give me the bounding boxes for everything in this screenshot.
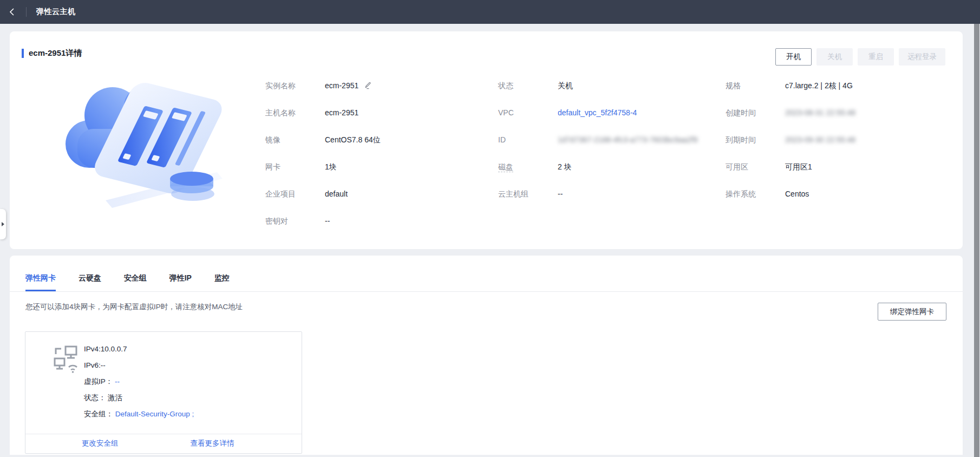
cloud-server-illustration	[56, 64, 234, 212]
status-value: 关机	[558, 80, 573, 91]
field-label: 镜像	[265, 134, 325, 145]
field-label: 操作系统	[726, 188, 785, 199]
field-label: VPC	[498, 107, 558, 118]
field-availability-zone: 可用区 可用区1	[726, 161, 953, 172]
field-value: --	[558, 188, 563, 199]
top-header-bar: 弹性云主机	[0, 0, 980, 24]
tab-monitoring[interactable]: 监控	[214, 273, 230, 291]
field-label: 主机名称	[265, 107, 325, 118]
nic-card: IPv4:10.0.0.7 IPv6:-- 虚拟IP： -- 状态： 激活 安全…	[25, 331, 302, 454]
nic-ipv4: IPv4:10.0.0.7	[84, 344, 194, 355]
field-value: ecm-2951	[325, 107, 358, 118]
sg-label: 安全组：	[84, 410, 113, 418]
field-value: default	[325, 188, 348, 199]
field-server-group: 云主机组 --	[498, 188, 726, 199]
field-expire-time: 到期时间 2023-09-30 22:55:48	[726, 134, 953, 145]
action-button-group: 开机 关机 重启 远程登录	[775, 48, 945, 66]
detail-column-2: 状态 关机 VPC default_vpc_5f2f4758-4 ID 1d7d…	[498, 80, 726, 243]
tab-elastic-ip[interactable]: 弹性IP	[169, 273, 192, 291]
nic-note-text: 您还可以添加4块网卡，为网卡配置虚拟IP时，请注意核对MAC地址	[25, 302, 963, 312]
field-label: 创建时间	[726, 107, 785, 118]
change-security-group-link[interactable]: 更改安全组	[82, 439, 119, 448]
detail-fields-grid: 实例名称 ecm-2951 主机名称 ecm-2951 镜像 CentOS7.8…	[265, 80, 953, 243]
nic-security-group: 安全组： Default-Security-Group ;	[84, 409, 194, 420]
field-value: 可用区1	[785, 161, 812, 172]
nic-section-card: 弹性网卡 云硬盘 安全组 弹性IP 监控 您还可以添加4块网卡，为网卡配置虚拟I…	[10, 256, 963, 455]
field-value: CentOS7.8 64位	[325, 134, 381, 145]
tab-cloud-disk[interactable]: 云硬盘	[79, 273, 101, 291]
field-create-time: 创建时间 2023-08-31 22:55:48	[726, 107, 953, 118]
field-vpc: VPC default_vpc_5f2f4758-4	[498, 107, 726, 118]
back-button[interactable]	[0, 0, 24, 24]
field-label-tooltip: 磁盘	[498, 162, 513, 172]
power-off-button[interactable]: 关机	[816, 48, 853, 66]
field-value: ecm-2951	[325, 80, 358, 91]
field-value: --	[325, 216, 330, 226]
title-accent-bar	[22, 49, 24, 58]
tab-elastic-nic[interactable]: 弹性网卡	[25, 273, 56, 291]
field-host-name: 主机名称 ecm-2951	[265, 107, 498, 118]
field-label: 状态	[498, 80, 558, 91]
field-id: ID 1d7d7367-2188-4fc3-a773-7603bc9aa2f9	[498, 134, 726, 145]
detail-column-3: 规格 c7.large.2 | 2核 | 4G 创建时间 2023-08-31 …	[726, 80, 953, 243]
field-value: c7.large.2 | 2核 | 4G	[785, 80, 853, 91]
field-value: 1块	[325, 161, 337, 172]
field-value: Centos	[785, 188, 809, 199]
field-instance-name: 实例名称 ecm-2951	[265, 80, 498, 91]
field-label: 网卡	[265, 161, 325, 172]
scrollbar[interactable]	[974, 24, 980, 457]
chevron-left-icon	[8, 8, 16, 16]
field-label: ID	[498, 134, 558, 145]
server-detail-card: ecm-2951详情 开机 关机 重启 远程登录	[10, 31, 963, 249]
sg-link[interactable]: Default-Security-Group ;	[115, 410, 194, 418]
field-os: 操作系统 Centos	[726, 188, 953, 199]
virtual-ip-link[interactable]: --	[115, 377, 120, 386]
field-label: 规格	[726, 80, 785, 91]
virtual-ip-label: 虚拟IP：	[84, 377, 113, 386]
field-flavor: 规格 c7.large.2 | 2核 | 4G	[726, 80, 953, 91]
field-image: 镜像 CentOS7.8 64位	[265, 134, 498, 145]
nic-card-footer: 更改安全组 查看更多详情	[25, 433, 302, 453]
field-label: 密钥对	[265, 216, 325, 226]
field-label: 到期时间	[726, 134, 785, 145]
nic-status-label: 状态：	[84, 394, 106, 402]
network-icon	[53, 344, 82, 373]
tab-bar: 弹性网卡 云硬盘 安全组 弹性IP 监控	[10, 256, 963, 292]
tab-security-group[interactable]: 安全组	[124, 273, 147, 291]
restart-button[interactable]: 重启	[858, 48, 894, 66]
field-nic-count: 网卡 1块	[265, 161, 498, 172]
nic-status-value: 激活	[108, 394, 122, 402]
field-enterprise-project: 企业项目 default	[265, 188, 498, 199]
field-value: 2 块	[558, 161, 572, 172]
bind-elastic-nic-button[interactable]: 绑定弹性网卡	[878, 303, 946, 321]
nic-ipv6: IPv6:--	[84, 360, 194, 371]
field-label: 实例名称	[265, 80, 325, 91]
power-on-button[interactable]: 开机	[775, 48, 812, 66]
create-time-redacted: 2023-08-31 22:55:48	[785, 107, 855, 118]
detail-column-1: 实例名称 ecm-2951 主机名称 ecm-2951 镜像 CentOS7.8…	[265, 80, 498, 243]
remote-login-button[interactable]: 远程登录	[899, 48, 945, 66]
id-value-redacted: 1d7d7367-2188-4fc3-a773-7603bc9aa2f9	[558, 134, 697, 145]
field-status: 状态 关机	[498, 80, 726, 91]
nic-status: 状态： 激活	[84, 393, 194, 403]
expire-time-redacted: 2023-09-30 22:55:48	[785, 134, 855, 145]
field-label: 可用区	[726, 161, 785, 172]
header-divider	[26, 7, 27, 17]
field-label: 云主机组	[498, 188, 558, 199]
nic-info-lines: IPv4:10.0.0.7 IPv6:-- 虚拟IP： -- 状态： 激活 安全…	[84, 344, 194, 425]
field-label: 企业项目	[265, 188, 325, 199]
page-title: 弹性云主机	[36, 7, 76, 17]
edit-pencil-icon[interactable]	[364, 82, 371, 89]
detail-card-title: ecm-2951详情	[29, 48, 82, 58]
field-key-pair: 密钥对 --	[265, 216, 498, 226]
scrollbar-thumb[interactable]	[974, 24, 979, 457]
vpc-link[interactable]: default_vpc_5f2f4758-4	[558, 107, 637, 118]
nic-virtual-ip: 虚拟IP： --	[84, 376, 194, 387]
panel-expand-handle[interactable]	[0, 209, 6, 239]
chevron-right-icon	[2, 222, 4, 226]
field-disk: 磁盘 2 块	[498, 161, 726, 172]
view-more-details-link[interactable]: 查看更多详情	[191, 439, 234, 448]
